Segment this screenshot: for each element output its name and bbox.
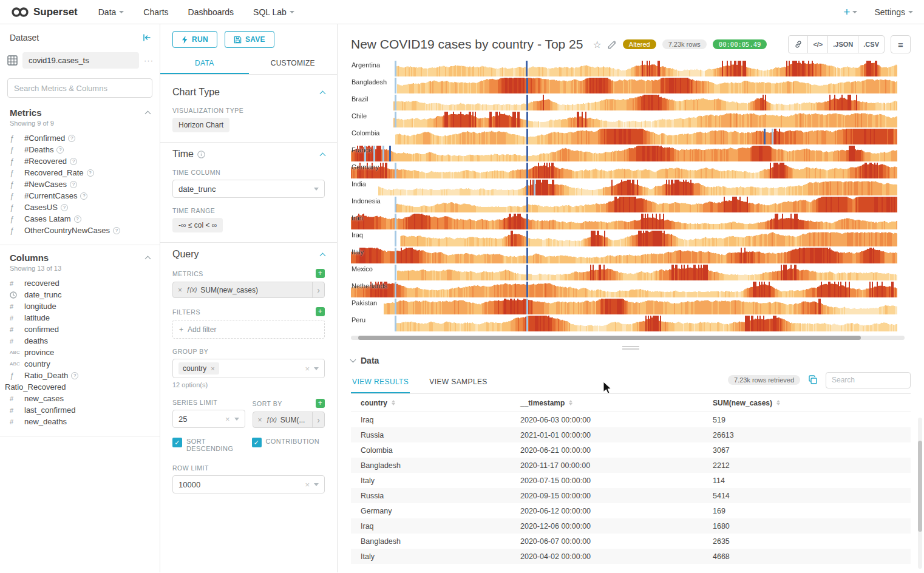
horizon-row-peru[interactable]: Peru (351, 316, 897, 331)
horizon-row-iran[interactable]: Iran (351, 214, 897, 229)
table-row[interactable]: Germany2020-06-12 00:00:00169 (351, 503, 911, 518)
horizon-row-chile[interactable]: Chile (351, 112, 897, 127)
metric-item[interactable]: ƒ#NewCases? (10, 178, 150, 190)
metric-item[interactable]: ƒ#CurrentCases? (10, 190, 150, 202)
table-row[interactable]: Iraq2020-06-03 00:00:00519 (351, 412, 911, 427)
add-filter-plus-button[interactable]: + (316, 307, 325, 316)
tab-customize[interactable]: CUSTOMIZE (249, 53, 338, 74)
column-header-sum-new-cases-[interactable]: SUM(new_cases) (703, 399, 911, 407)
metric-item[interactable]: ƒCases Latam? (10, 213, 150, 225)
expand-sort-by-icon[interactable]: › (312, 412, 324, 427)
nav-item-data[interactable]: Data (98, 7, 124, 17)
horizon-row-netherlands[interactable]: Netherlands (351, 282, 897, 297)
scrollbar-thumb[interactable] (358, 336, 861, 340)
viz-type-value[interactable]: Horizon Chart (172, 118, 229, 132)
column-item[interactable]: Ratio_Recovered (5, 381, 150, 393)
horizon-row-india[interactable]: India (351, 180, 897, 195)
add-sort-by-button[interactable]: + (316, 399, 325, 408)
scrollbar-thumb[interactable] (918, 441, 922, 532)
sort-by-chip[interactable]: × ƒ(x) SUM(... › (253, 412, 325, 428)
superset-logo[interactable]: Superset (11, 6, 78, 18)
nav-item-dashboards[interactable]: Dashboards (188, 7, 234, 17)
altered-badge[interactable]: Altered (623, 39, 656, 49)
collapse-metrics-icon[interactable] (145, 111, 151, 117)
table-row[interactable]: Italy2020-04-02 00:00:004668 (351, 549, 911, 564)
column-item[interactable]: #recovered (10, 277, 150, 289)
table-row[interactable]: Bangladesh2020-06-07 00:00:002635 (351, 534, 911, 549)
column-item[interactable]: #confirmed (10, 324, 150, 335)
column-item[interactable]: #deaths (10, 335, 150, 347)
horizon-row-brazil[interactable]: Brazil (351, 95, 897, 110)
column-header-country[interactable]: country (351, 399, 511, 407)
table-row[interactable]: Italy2020-07-15 00:00:00114 (351, 473, 911, 488)
nav-item-sql-lab[interactable]: SQL Lab (253, 7, 294, 17)
expand-metric-icon[interactable]: › (312, 282, 324, 297)
clear-select-icon[interactable]: × (305, 364, 310, 373)
add-filter-button[interactable]: + Add filter (172, 320, 325, 339)
table-row[interactable]: Bangladesh2020-11-17 00:00:002212 (351, 458, 911, 473)
column-item[interactable]: #latitude (10, 312, 150, 324)
horizon-row-iraq[interactable]: Iraq (351, 231, 897, 246)
edit-properties-icon[interactable] (608, 40, 617, 49)
horizon-row-mexico[interactable]: Mexico (351, 265, 897, 280)
chart-menu-button[interactable]: ≡ (891, 35, 911, 53)
horizon-row-indonesia[interactable]: Indonesia (351, 197, 897, 212)
horizon-row-germany[interactable]: Germany (351, 163, 897, 178)
column-item[interactable]: #longitude (10, 300, 150, 312)
dataset-name[interactable]: covid19.cases_ts (22, 52, 139, 69)
collapse-section-icon[interactable] (320, 152, 326, 158)
clear-select-icon[interactable]: × (305, 480, 310, 489)
new-item-button[interactable]: + (843, 5, 857, 19)
column-item[interactable]: ƒRatio_Death? (10, 370, 150, 381)
horizon-row-bangladesh[interactable]: Bangladesh (351, 78, 897, 93)
horizontal-scrollbar[interactable] (351, 336, 905, 340)
export-csv-button[interactable]: .CSV (858, 35, 885, 53)
table-row[interactable]: Russia2020-09-15 00:00:005414 (351, 488, 911, 503)
remove-metric-icon[interactable]: × (178, 286, 182, 294)
tab-view-samples[interactable]: VIEW SAMPLES (428, 371, 489, 393)
clear-select-icon[interactable]: × (225, 415, 230, 424)
metric-item[interactable]: ƒCasesUS? (10, 202, 150, 213)
vertical-scrollbar[interactable] (918, 418, 922, 569)
metric-chip[interactable]: × ƒ(x) SUM(new_cases) › (172, 282, 325, 298)
remove-sort-by-icon[interactable]: × (258, 416, 262, 424)
save-button[interactable]: SAVE (225, 31, 274, 48)
embed-code-button[interactable]: </> (807, 35, 828, 53)
tab-data[interactable]: DATA (160, 53, 249, 74)
search-metrics-input[interactable] (7, 78, 152, 98)
group-by-chip[interactable]: country × (178, 362, 219, 375)
metric-item[interactable]: ƒ#Deaths? (10, 144, 150, 155)
column-header--timestamp[interactable]: __timestamp (511, 399, 703, 407)
collapse-panel-icon[interactable] (142, 33, 151, 42)
run-button[interactable]: RUN (172, 31, 217, 48)
group-by-select[interactable]: country × × (172, 359, 325, 378)
results-search-input[interactable] (826, 372, 911, 388)
settings-menu[interactable]: Settings (874, 7, 913, 17)
export-json-button[interactable]: .JSON (827, 35, 858, 53)
copy-icon[interactable] (808, 375, 818, 385)
metric-item[interactable]: ƒ#Confirmed? (10, 132, 150, 144)
metric-item[interactable]: ƒRecovered_Rate? (10, 167, 150, 178)
series-limit-select[interactable]: 25 × (172, 410, 245, 428)
collapse-columns-icon[interactable] (145, 256, 151, 262)
column-item[interactable]: #new_deaths (10, 416, 150, 427)
add-metric-button[interactable]: + (316, 269, 325, 278)
panel-resize-handle[interactable] (622, 346, 639, 350)
horizon-row-france[interactable]: France (351, 146, 897, 161)
dataset-options-button[interactable]: ··· (144, 56, 154, 65)
time-range-value[interactable]: -∞ ≤ col < ∞ (172, 218, 223, 232)
horizon-row-italy[interactable]: Italy (351, 248, 897, 263)
column-item[interactable]: ABCcountry (10, 358, 150, 370)
table-row[interactable]: Iraq2020-12-06 00:00:001680 (351, 518, 911, 534)
column-item[interactable]: date_trunc (10, 289, 150, 300)
collapse-section-icon[interactable] (320, 90, 326, 97)
metric-item[interactable]: ƒ#Recovered? (10, 155, 150, 167)
copy-link-button[interactable] (788, 35, 808, 53)
collapse-section-icon[interactable] (320, 253, 326, 259)
metric-item[interactable]: ƒOtherCountryNewCases? (10, 225, 150, 236)
row-limit-select[interactable]: 10000 × (172, 475, 325, 493)
nav-item-charts[interactable]: Charts (143, 7, 168, 17)
contribution-checkbox[interactable]: ✓ CONTRIBUTION (252, 438, 325, 452)
horizon-row-colombia[interactable]: Colombia (351, 129, 897, 144)
remove-group-by-icon[interactable]: × (211, 365, 214, 372)
